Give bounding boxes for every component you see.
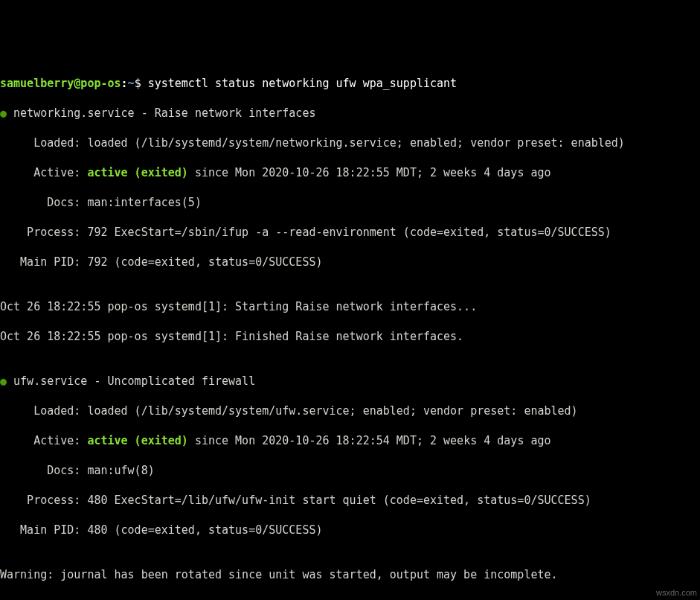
active-line: Active: active (exited) since Mon 2020-1… — [0, 165, 700, 180]
prompt-line: samuelberry@pop-os:~$ systemctl status n… — [0, 76, 700, 91]
docs-line: Docs: man:interfaces(5) — [0, 195, 700, 210]
mainpid-line: Main PID: 792 (code=exited, status=0/SUC… — [0, 255, 700, 269]
prompt-user: samuelberry@pop-os — [0, 77, 121, 90]
terminal-output[interactable]: samuelberry@pop-os:~$ systemctl status n… — [0, 61, 700, 600]
mainpid-line: Main PID: 480 (code=exited, status=0/SUC… — [0, 523, 700, 537]
process-line: Process: 480 ExecStart=/lib/ufw/ufw-init… — [0, 493, 700, 508]
log-line: Oct 26 18:22:55 pop-os systemd[1]: Start… — [0, 299, 700, 314]
active-status: active (exited) — [87, 434, 187, 447]
command-text: systemctl status networking ufw wpa_supp… — [148, 77, 457, 90]
status-bullet-icon: ● — [0, 106, 7, 120]
active-line: Active: active (exited) since Mon 2020-1… — [0, 433, 700, 448]
prompt-path: ~ — [128, 77, 135, 90]
status-bullet-icon: ● — [0, 374, 7, 388]
service-header: ● ufw.service - Uncomplicated firewall — [0, 374, 700, 389]
prompt-colon: : — [121, 77, 128, 90]
loaded-line: Loaded: loaded (/lib/systemd/system/netw… — [0, 135, 700, 150]
active-status: active (exited) — [87, 166, 187, 179]
log-line: Oct 26 18:22:55 pop-os systemd[1]: Finis… — [0, 329, 700, 344]
warning-line: Warning: journal has been rotated since … — [0, 567, 700, 582]
prompt-dollar: $ — [135, 77, 148, 90]
loaded-line: Loaded: loaded (/lib/systemd/system/ufw.… — [0, 403, 700, 418]
docs-line: Docs: man:ufw(8) — [0, 463, 700, 478]
watermark: wsxdn.com — [656, 585, 697, 600]
service-header: ● networking.service - Raise network int… — [0, 106, 700, 121]
process-line: Process: 792 ExecStart=/sbin/ifup -a --r… — [0, 225, 700, 240]
